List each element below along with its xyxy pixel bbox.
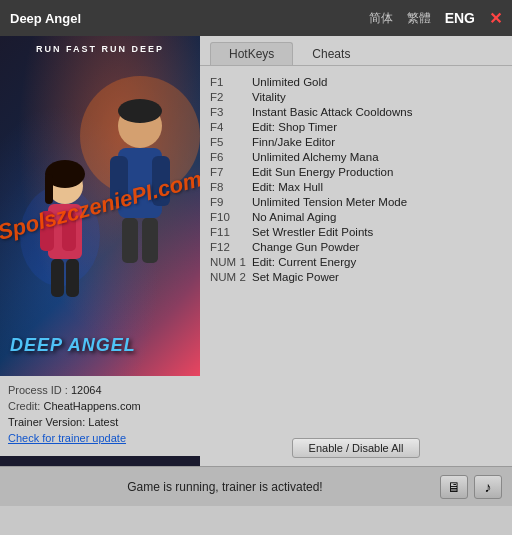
hotkey-desc: Unlimited Tension Meter Mode	[252, 196, 407, 208]
hotkey-row: F3Instant Basic Attack Cooldowns	[210, 104, 502, 119]
hotkey-key: NUM 1	[210, 256, 252, 268]
process-id-value: 12064	[71, 384, 102, 396]
game-cover-image: RUN FAST RUN DEEP	[0, 36, 200, 376]
monitor-icon-button[interactable]: 🖥	[440, 475, 468, 499]
hotkey-row: NUM 2Set Magic Power	[210, 269, 502, 284]
music-icon: ♪	[485, 479, 492, 495]
trainer-version-row: Trainer Version: Latest	[8, 416, 192, 428]
hotkey-row: F1Unlimited Gold	[210, 74, 502, 89]
hotkey-key: F9	[210, 196, 252, 208]
hotkey-desc: Set Wrestler Edit Points	[252, 226, 373, 238]
title-bar: Deep Angel 简体 繁體 ENG ✕	[0, 0, 512, 36]
svg-rect-6	[122, 218, 138, 263]
hotkey-key: F12	[210, 241, 252, 253]
svg-rect-13	[51, 259, 64, 297]
hotkey-key: F10	[210, 211, 252, 223]
process-id-row: Process ID : 12064	[8, 384, 192, 396]
svg-point-8	[118, 99, 162, 123]
hotkey-desc: Vitality	[252, 91, 286, 103]
svg-rect-7	[142, 218, 158, 263]
hotkey-row: NUM 1Edit: Current Energy	[210, 254, 502, 269]
svg-rect-4	[110, 156, 128, 206]
tab-cheats[interactable]: Cheats	[293, 42, 369, 65]
buttons-row: Enable / Disable All	[200, 432, 512, 466]
svg-rect-16	[45, 174, 53, 204]
hotkey-key: F2	[210, 91, 252, 103]
svg-rect-5	[152, 156, 170, 206]
hotkey-key: F7	[210, 166, 252, 178]
hotkey-desc: Set Magic Power	[252, 271, 339, 283]
lang-simplified-btn[interactable]: 简体	[369, 10, 393, 27]
hotkeys-list: F1Unlimited GoldF2VitalityF3Instant Basi…	[200, 66, 512, 432]
trainer-update-link[interactable]: Check for trainer update	[8, 432, 126, 444]
hotkey-row: F7Edit Sun Energy Production	[210, 164, 502, 179]
right-panel: HotKeys Cheats F1Unlimited GoldF2Vitalit…	[200, 36, 512, 466]
hotkey-desc: Change Gun Powder	[252, 241, 359, 253]
hotkey-key: F11	[210, 226, 252, 238]
hotkey-desc: Edit Sun Energy Production	[252, 166, 393, 178]
svg-rect-12	[62, 211, 76, 251]
hotkey-key: F4	[210, 121, 252, 133]
status-bar: Game is running, trainer is activated! 🖥…	[0, 466, 512, 506]
svg-rect-11	[40, 211, 54, 251]
app-title: Deep Angel	[10, 11, 81, 26]
character-art	[0, 56, 200, 336]
monitor-icon: 🖥	[447, 479, 461, 495]
hotkey-desc: Unlimited Gold	[252, 76, 327, 88]
hotkey-row: F10No Animal Aging	[210, 209, 502, 224]
hotkey-row: F11Set Wrestler Edit Points	[210, 224, 502, 239]
hotkey-row: F4Edit: Shop Timer	[210, 119, 502, 134]
hotkey-key: F5	[210, 136, 252, 148]
hotkey-key: NUM 2	[210, 271, 252, 283]
enable-disable-all-button[interactable]: Enable / Disable All	[292, 438, 421, 458]
hotkey-key: F8	[210, 181, 252, 193]
status-text: Game is running, trainer is activated!	[10, 480, 440, 494]
tab-hotkeys[interactable]: HotKeys	[210, 42, 293, 65]
hotkey-desc: Instant Basic Attack Cooldowns	[252, 106, 412, 118]
lang-traditional-btn[interactable]: 繁體	[407, 10, 431, 27]
process-id-label: Process ID :	[8, 384, 71, 396]
hotkey-row: F6Unlimited Alchemy Mana	[210, 149, 502, 164]
credit-row: Credit: CheatHappens.com	[8, 400, 192, 412]
trainer-link-row[interactable]: Check for trainer update	[8, 432, 192, 444]
hotkey-desc: Unlimited Alchemy Mana	[252, 151, 379, 163]
status-icons: 🖥 ♪	[440, 475, 502, 499]
hotkey-row: F5Finn/Jake Editor	[210, 134, 502, 149]
info-panel: Process ID : 12064 Credit: CheatHappens.…	[0, 376, 200, 456]
run-text: RUN FAST RUN DEEP	[0, 44, 200, 54]
hotkey-row: F8Edit: Max Hull	[210, 179, 502, 194]
hotkey-desc: No Animal Aging	[252, 211, 336, 223]
title-bar-controls: 简体 繁體 ENG ✕	[369, 9, 502, 28]
hotkey-desc: Edit: Current Energy	[252, 256, 356, 268]
hotkey-key: F6	[210, 151, 252, 163]
hotkey-key: F1	[210, 76, 252, 88]
svg-rect-14	[66, 259, 79, 297]
close-button[interactable]: ✕	[489, 9, 502, 28]
credit-value: CheatHappens.com	[43, 400, 140, 412]
hotkey-desc: Edit: Max Hull	[252, 181, 323, 193]
hotkey-row: F12Change Gun Powder	[210, 239, 502, 254]
trainer-version-label: Trainer Version: Latest	[8, 416, 118, 428]
main-content: RUN FAST RUN DEEP	[0, 36, 512, 466]
hotkey-key: F3	[210, 106, 252, 118]
credit-label: Credit:	[8, 400, 40, 412]
lang-english-btn[interactable]: ENG	[445, 10, 475, 26]
music-icon-button[interactable]: ♪	[474, 475, 502, 499]
hotkey-desc: Finn/Jake Editor	[252, 136, 335, 148]
hotkey-desc: Edit: Shop Timer	[252, 121, 337, 133]
game-title-overlay: DEEP ANGEL	[10, 335, 136, 356]
hotkey-row: F9Unlimited Tension Meter Mode	[210, 194, 502, 209]
hotkey-row: F2Vitality	[210, 89, 502, 104]
left-panel: RUN FAST RUN DEEP	[0, 36, 200, 466]
tabs-bar: HotKeys Cheats	[200, 36, 512, 66]
